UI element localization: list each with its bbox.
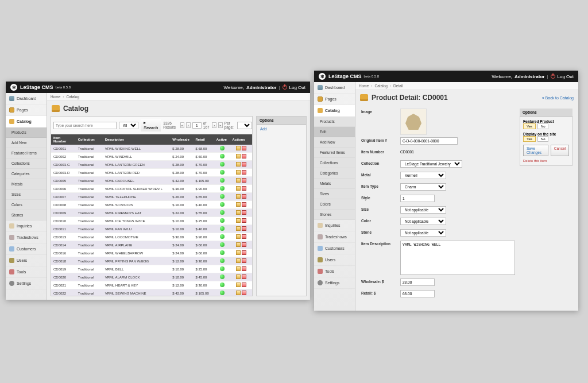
col-header[interactable]: Wholesale: [170, 134, 193, 145]
sidebar-sub-addnew[interactable]: Add New: [6, 138, 47, 148]
delete-icon[interactable]: [242, 162, 246, 167]
cell-item[interactable]: CD0006: [51, 185, 76, 193]
table-row[interactable]: CD0007TraditionalVRML TELEPHONE$ 26.00$ …: [51, 193, 252, 201]
table-row[interactable]: CD0016TraditionalVRML WHEELBARROW$ 24.00…: [51, 249, 252, 257]
edit-icon[interactable]: [236, 226, 241, 231]
cell-item[interactable]: CD0003-R: [51, 169, 76, 177]
per-page-select[interactable]: 20: [237, 122, 252, 129]
table-row[interactable]: CD0014TraditionalVRML AIRPLANE$ 24.00$ 6…: [51, 241, 252, 249]
table-row[interactable]: CD0003-RTraditionalVRML LANTERN RED$ 28.…: [51, 169, 252, 177]
cell-item[interactable]: CD0014: [51, 241, 76, 249]
edit-icon[interactable]: [236, 178, 241, 183]
cell-item[interactable]: CD0018: [51, 257, 76, 265]
table-row[interactable]: CD0021TraditionalVRML HEART & KEY$ 12.00…: [51, 281, 252, 289]
sidebar-sub-stones[interactable]: Stones: [6, 210, 47, 220]
edit-icon[interactable]: [236, 210, 241, 215]
table-row[interactable]: CD0008TraditionalVRML SCISSORS$ 16.00$ 4…: [51, 201, 252, 209]
logout-link[interactable]: Log Out: [558, 74, 574, 79]
sidebar-sub-metals[interactable]: Metals: [314, 179, 355, 189]
delete-icon[interactable]: [242, 226, 246, 231]
delete-icon[interactable]: [242, 242, 246, 247]
table-row[interactable]: CD0002TraditionalVRML WINDMILL$ 24.00$ 6…: [51, 153, 252, 161]
delete-icon[interactable]: [242, 186, 246, 191]
page-last-button[interactable]: »: [218, 122, 223, 128]
featured-yes-toggle[interactable]: Yes: [523, 123, 536, 129]
sidebar-item-inquiries[interactable]: Inquiries: [6, 220, 47, 232]
table-row[interactable]: CD0001TraditionalVRML WISHING WELL$ 28.0…: [51, 145, 252, 153]
wholesale-input[interactable]: [400, 278, 435, 286]
delete-icon[interactable]: [242, 250, 246, 255]
delete-icon[interactable]: [242, 291, 246, 295]
sidebar-sub-categories[interactable]: Categories: [314, 168, 355, 179]
sidebar-item-dashboard[interactable]: Dashboard: [6, 93, 47, 105]
page-prev-button[interactable]: ‹: [186, 122, 191, 128]
edit-icon[interactable]: [236, 274, 241, 279]
cell-item[interactable]: CD0019: [51, 265, 76, 273]
table-row[interactable]: CD0013TraditionalVRML LOCOMOTIVE$ 36.00$…: [51, 233, 252, 241]
search-button[interactable]: ▸ Search: [141, 119, 161, 131]
delete-icon[interactable]: [242, 170, 246, 175]
cell-item[interactable]: CD0020: [51, 273, 76, 281]
sidebar-item-inquiries[interactable]: Inquiries: [314, 220, 355, 231]
table-row[interactable]: CD0020TraditionalVRML ALARM CLOCK$ 18.00…: [51, 273, 252, 281]
table-row[interactable]: CD0006TraditionalVRML COCKTAIL SHAKER W/…: [51, 185, 252, 193]
table-row[interactable]: CD0019TraditionalVRML BELL$ 10.00$ 25.00: [51, 265, 252, 273]
table-row[interactable]: CD0003-GTraditionalVRML LANTERN GREEN$ 2…: [51, 161, 252, 169]
display-yes-toggle[interactable]: Yes: [523, 136, 536, 142]
delete-icon[interactable]: [242, 258, 246, 263]
col-header[interactable]: Collection: [76, 134, 103, 145]
cancel-button[interactable]: Cancel: [551, 145, 569, 156]
sidebar-item-catalog[interactable]: Catalog: [314, 105, 355, 117]
delete-icon[interactable]: [242, 234, 246, 239]
sidebar-item-tradeshows[interactable]: Tradeshows: [6, 232, 47, 243]
col-header[interactable]: Description: [103, 134, 170, 145]
collection-select[interactable]: LeStage Traditional Jewelry: [400, 160, 462, 168]
sidebar-item-settings[interactable]: Settings: [6, 278, 47, 289]
sidebar-item-customers[interactable]: Customers: [6, 243, 47, 255]
filter-select[interactable]: All: [119, 122, 138, 129]
table-row[interactable]: CD0022TraditionalVRML SEWING MACHINE$ 42…: [51, 289, 252, 297]
display-no-toggle[interactable]: No: [537, 136, 549, 142]
delete-icon[interactable]: [242, 266, 246, 271]
delete-icon[interactable]: [242, 283, 246, 287]
edit-icon[interactable]: [236, 234, 241, 239]
sidebar-item-catalog[interactable]: Catalog: [6, 116, 47, 127]
table-row[interactable]: CD0011TraditionalVRML FAN W/LU$ 16.00$ 4…: [51, 225, 252, 233]
style-input[interactable]: [400, 195, 435, 202]
sidebar-sub-addnew[interactable]: Add New: [314, 137, 355, 148]
sidebar-item-settings[interactable]: Settings: [314, 277, 355, 289]
table-row[interactable]: CD0005TraditionalVRML CAROUSEL$ 42.00$ 1…: [51, 177, 252, 185]
edit-icon[interactable]: [236, 218, 241, 223]
cell-item[interactable]: CD0002: [51, 153, 76, 161]
delete-item-link[interactable]: Delete this item: [523, 159, 569, 163]
col-header[interactable]: Active: [214, 134, 230, 145]
description-textarea[interactable]: [400, 241, 515, 275]
edit-icon[interactable]: [236, 186, 241, 191]
edit-icon[interactable]: [236, 250, 241, 255]
cell-item[interactable]: CD0008: [51, 201, 76, 209]
delete-icon[interactable]: [242, 178, 246, 183]
sidebar-sub-products[interactable]: Products: [6, 127, 47, 138]
table-row[interactable]: CD0018TraditionalVRML FRYING PAN W/EGG$ …: [51, 257, 252, 265]
edit-icon[interactable]: [236, 242, 241, 247]
metal-select[interactable]: Vermeil: [400, 172, 446, 179]
edit-icon[interactable]: [236, 162, 241, 167]
cell-item[interactable]: CD0010: [51, 217, 76, 225]
edit-icon[interactable]: [236, 258, 241, 263]
featured-no-toggle[interactable]: No: [537, 123, 549, 129]
sidebar-item-pages[interactable]: Pages: [314, 94, 355, 105]
size-select[interactable]: Not applicable: [400, 206, 446, 214]
cell-item[interactable]: CD0005: [51, 177, 76, 185]
sidebar-sub-featured[interactable]: Featured Items: [314, 148, 355, 158]
sidebar-sub-colors[interactable]: Colors: [6, 200, 47, 210]
crumb-catalog[interactable]: Catalog: [375, 84, 388, 88]
col-header[interactable]: Actions: [230, 134, 252, 145]
sidebar-item-users[interactable]: Users: [6, 255, 47, 266]
cell-item[interactable]: CD0021: [51, 281, 76, 289]
edit-icon[interactable]: [236, 154, 241, 158]
sidebar-item-pages[interactable]: Pages: [6, 105, 47, 116]
page-number-input[interactable]: [192, 122, 202, 129]
sidebar-sub-metals[interactable]: Metals: [6, 179, 47, 189]
edit-icon[interactable]: [236, 291, 241, 295]
delete-icon[interactable]: [242, 274, 246, 279]
